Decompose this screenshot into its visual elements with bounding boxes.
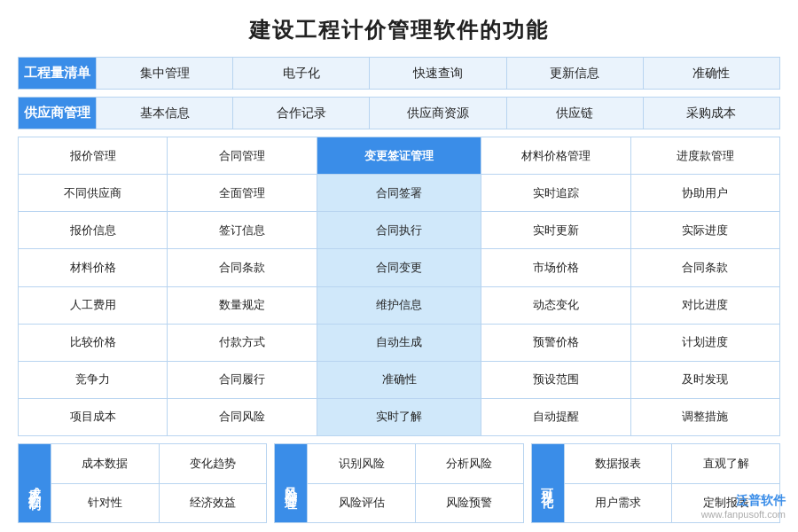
bottom-chengben-cell11: 经济效益: [159, 484, 267, 523]
bottom-fengxian-cell10: 风险评估: [307, 484, 415, 523]
gongyingshang-label: 供应商管理: [19, 98, 96, 129]
col3-cell6: 实时了解: [317, 399, 481, 435]
col5-cell6: 调整措施: [631, 399, 779, 435]
col4-cell1: 实时更新: [481, 212, 630, 249]
col1-cell5: 竞争力: [19, 362, 167, 399]
col3-cell0: 合同签署: [317, 175, 481, 212]
bottom-chengben-cell01: 变化趋势: [159, 444, 267, 483]
col4-cell5: 预设范围: [481, 362, 630, 399]
col4-cell0: 实时追踪: [481, 175, 630, 212]
bottom-fengxian-row0: 识别风险 分析风险: [307, 444, 522, 484]
col1-header: 报价管理: [19, 137, 167, 175]
col1-cell4: 比较价格: [19, 325, 167, 362]
bottom-keshihua-row0: 数据报表 直观了解: [564, 444, 779, 484]
cell-dianzih: 电子化: [232, 58, 369, 89]
bottom-label-fengxian: 风险 管理: [275, 444, 307, 522]
bottom-fengxian-cell01: 分析风险: [415, 444, 523, 483]
cell-gongyingshangziyuan: 供应商资源: [369, 98, 505, 129]
bottom-chengben-row1: 针对性 经济效益: [51, 484, 266, 523]
col2-cell5: 合同履行: [168, 362, 316, 399]
col1-cell1: 报价信息: [19, 212, 167, 249]
col5-cell1: 实际进度: [631, 212, 779, 249]
col2-cell3: 数量规定: [168, 287, 316, 325]
bottom-keshihua-cell00: 数据报表: [564, 444, 672, 483]
col2-cell2: 合同条款: [168, 249, 316, 286]
main-grid: 报价管理 不同供应商 报价信息 材料价格 人工费用 比较价格 竞争力 项目成本 …: [18, 137, 780, 436]
col4-cell4: 预警价格: [481, 325, 630, 362]
bottom-chengben-row0: 成本数据 变化趋势: [51, 444, 266, 484]
col2-cell1: 签订信息: [168, 212, 316, 249]
cell-jibenxinxi: 基本信息: [96, 98, 232, 129]
col4-cell3: 动态变化: [481, 287, 630, 325]
col3-cell3: 维护信息: [317, 287, 481, 325]
col-baojia: 报价管理 不同供应商 报价信息 材料价格 人工费用 比较价格 竞争力 项目成本: [19, 137, 168, 435]
gongyingshang-cells: 基本信息 合作记录 供应商资源 供应链 采购成本: [96, 98, 779, 129]
col1-cell0: 不同供应商: [19, 175, 167, 212]
col4-cell6: 自动提醒: [481, 399, 630, 435]
col-jindukuan: 进度款管理 协助用户 实际进度 合同条款 对比进度 计划进度 及时发现 调整措施: [631, 137, 779, 435]
col-biangeng: 变更签证管理 合同签署 合同执行 合同变更 维护信息 自动生成 准确性 实时了解: [317, 137, 481, 435]
bottom-keshihua-cell10: 用户需求: [564, 484, 672, 523]
col5-cell4: 计划进度: [631, 325, 779, 362]
col5-cell5: 及时发现: [631, 362, 779, 399]
gongchengliang-label: 工程量清单: [19, 58, 96, 89]
bottom-keshihua-cell01: 直观了解: [671, 444, 779, 483]
cell-gongyinglian: 供应链: [506, 98, 643, 129]
watermark-logo: 泛普软件: [701, 493, 786, 509]
bottom-cells-chengben: 成本数据 变化趋势 针对性 经济效益: [51, 444, 266, 522]
bottom-label-keshihua: 可视 化: [532, 444, 564, 522]
cell-caigouchengben: 采购成本: [643, 98, 779, 129]
col1-cell6: 项目成本: [19, 399, 167, 435]
bottom-label-chengben: 成本 控制: [19, 444, 51, 522]
bottom-cells-fengxian: 识别风险 分析风险 风险评估 风险预警: [307, 444, 522, 522]
bottom-chengben: 成本 控制 成本数据 变化趋势 针对性 经济效益: [18, 443, 267, 523]
col2-cell6: 合同风险: [168, 399, 316, 435]
col3-cell1: 合同执行: [317, 212, 481, 249]
col5-cell0: 协助用户: [631, 175, 779, 212]
watermark-url: www.fanpusoft.com: [701, 509, 786, 520]
col1-cell3: 人工费用: [19, 287, 167, 325]
col3-header: 变更签证管理: [317, 137, 481, 175]
bottom-chengben-cell00: 成本数据: [51, 444, 159, 483]
col4-cell2: 市场价格: [481, 249, 630, 286]
col3-cell4: 自动生成: [317, 325, 481, 362]
bottom-chengben-cell10: 针对性: [51, 484, 159, 523]
cell-gengxin: 更新信息: [506, 58, 643, 89]
col5-cell2: 合同条款: [631, 249, 779, 286]
cell-zhunquexing1: 准确性: [643, 58, 779, 89]
col5-header: 进度款管理: [631, 137, 779, 175]
bottom-fengxian-cell11: 风险预警: [415, 484, 523, 523]
gongyingshang-row: 供应商管理 基本信息 合作记录 供应商资源 供应链 采购成本: [18, 97, 780, 129]
col-hetong: 合同管理 全面管理 签订信息 合同条款 数量规定 付款方式 合同履行 合同风险: [168, 137, 317, 435]
cell-hezuojilu: 合作记录: [232, 98, 369, 129]
col5-cell3: 对比进度: [631, 287, 779, 325]
page-title: 建设工程计价管理软件的功能: [249, 16, 549, 44]
col2-cell0: 全面管理: [168, 175, 316, 212]
col3-cell2: 合同变更: [317, 249, 481, 286]
bottom-row: 成本 控制 成本数据 变化趋势 针对性 经济效益 风险 管理 识别风险 分析风险…: [18, 443, 780, 523]
col2-cell4: 付款方式: [168, 325, 316, 362]
gongchengliang-row: 工程量清单 集中管理 电子化 快速查询 更新信息 准确性: [18, 57, 780, 90]
col2-header: 合同管理: [168, 137, 316, 175]
bottom-fengxian: 风险 管理 识别风险 分析风险 风险评估 风险预警: [274, 443, 523, 523]
bottom-fengxian-cell00: 识别风险: [307, 444, 415, 483]
watermark: 泛普软件 www.fanpusoft.com: [701, 493, 786, 520]
col1-cell2: 材料价格: [19, 249, 167, 286]
col4-header: 材料价格管理: [481, 137, 630, 175]
col-cailiao: 材料价格管理 实时追踪 实时更新 市场价格 动态变化 预警价格 预设范围 自动提…: [481, 137, 630, 435]
cell-kuaisu: 快速查询: [369, 58, 505, 89]
gongchengliang-cells: 集中管理 电子化 快速查询 更新信息 准确性: [96, 58, 779, 89]
bottom-fengxian-row1: 风险评估 风险预警: [307, 484, 522, 523]
cell-jizhong: 集中管理: [96, 58, 232, 89]
col3-cell5: 准确性: [317, 362, 481, 399]
